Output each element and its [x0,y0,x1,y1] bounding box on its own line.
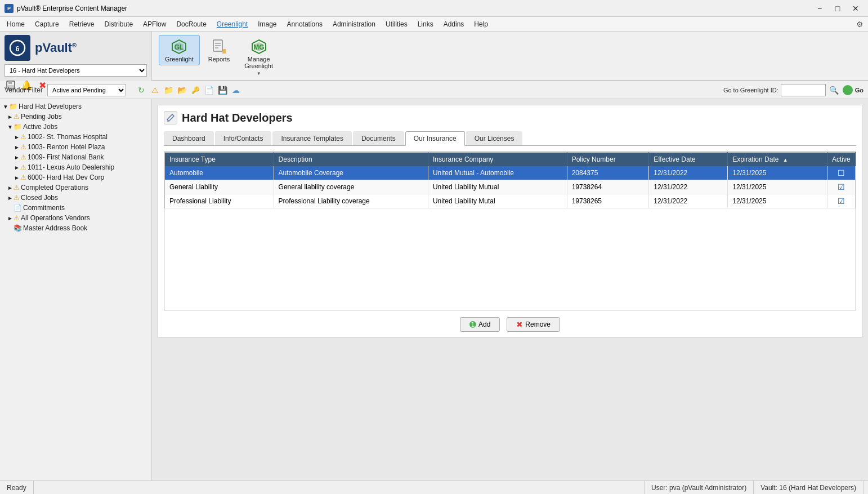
menu-distribute[interactable]: Distribute [100,19,137,29]
main-layout: ▼ 📁 Hard Hat Developers ► ⚠ Pending Jobs… [0,99,868,480]
ribbon-greenlight-button[interactable]: GL Greenlight [159,35,200,65]
th-insurance-company[interactable]: Insurance Company [428,153,567,167]
add-label: Add [478,321,490,328]
tree-toggle-completed[interactable]: ► [7,185,14,191]
tree-1011[interactable]: ► ⚠ 1011- Lexus Auto Dealership [0,162,151,172]
ribbon-reports-button[interactable]: Reports [202,35,236,65]
tree-toggle-1002[interactable]: ► [14,134,20,140]
table-row[interactable]: General Liability General liability cove… [165,180,856,194]
tree-commitments[interactable]: 📄 Commitments [0,203,151,213]
add-button[interactable]: ➊ Add [460,317,500,332]
key-filter-icon[interactable]: 🔑 [189,84,202,96]
tree-completed[interactable]: ► ⚠ Completed Operations [0,183,151,193]
settings-icon[interactable]: ⚙ [853,18,866,30]
tree-toggle-1009[interactable]: ► [14,154,20,161]
cloud-filter-icon[interactable]: ☁ [230,84,242,96]
menu-links[interactable]: Links [413,19,438,29]
menu-apflow[interactable]: APFlow [138,19,171,29]
remove-button[interactable]: ✖ Remove [507,317,560,332]
pending-warning-icon: ⚠ [14,113,20,121]
greenlight-id-input[interactable] [781,84,826,96]
tree-toggle-1003[interactable]: ► [14,144,20,150]
table-row[interactable]: Professional Liability Professional Liab… [165,194,856,208]
add-icon: ➊ [469,320,476,329]
tree-completed-label: Completed Operations [21,184,88,192]
tab-documents[interactable]: Documents [353,131,404,145]
tree-toggle-6000[interactable]: ► [14,175,20,181]
menu-home[interactable]: Home [2,19,29,29]
menu-retrieve[interactable]: Retrieve [65,19,99,29]
search-button[interactable]: 🔍 [828,84,840,96]
checkbox-checked-3[interactable]: ☑ [838,197,845,206]
tree-closed-jobs[interactable]: ► ⚠ Closed Jobs [0,193,151,203]
tree-toggle-closed[interactable]: ► [7,195,14,201]
menu-administration[interactable]: Administration [328,19,380,29]
doc-commitments-icon: 📄 [14,204,22,212]
warning-closed-icon: ⚠ [14,194,20,202]
table-row[interactable]: Automobile Automobile Coverage United Mu… [165,166,856,180]
folder-filter-icon[interactable]: 📁 [162,84,175,96]
tree-toggle-1011[interactable]: ► [14,164,20,171]
brand-name: pVault® [35,41,77,55]
cell-company-3: United Liability Mutal [428,194,567,208]
cell-desc-2: General liability coverage [274,180,428,194]
manage-dropdown-arrow[interactable]: ▼ [257,71,261,76]
manage-ribbon-icon: MG [250,38,268,56]
tree-1009[interactable]: ► ⚠ 1009- First National Bank [0,152,151,162]
th-active[interactable]: Active [827,153,856,167]
tree-toggle-root[interactable]: ▼ [2,104,9,110]
cell-type-3: Professional Liability [165,194,274,208]
tab-dashboard[interactable]: Dashboard [164,131,214,145]
tab-our-insurance[interactable]: Our Insurance [405,131,465,146]
tree-1003[interactable]: ► ⚠ 1003- Renton Hotel Plaza [0,142,151,152]
tree-root[interactable]: ▼ 📁 Hard Hat Developers [0,101,151,112]
tree-toggle-allvendors[interactable]: ► [7,215,14,221]
menu-utilities[interactable]: Utilities [381,19,412,29]
tab-infocontacts[interactable]: Info/Contacts [215,131,272,145]
menu-annotations[interactable]: Annotations [283,19,327,29]
tree-root-label: Hard Hat Developers [19,103,82,110]
table-empty-area [164,208,856,310]
tree-address-book[interactable]: 📚 Master Address Book [0,223,151,233]
folder4-filter-icon[interactable]: 💾 [216,84,229,96]
checkbox-checked-2[interactable]: ☑ [838,183,845,192]
th-insurance-type[interactable]: Insurance Type [165,153,274,167]
edit-icon-button[interactable] [164,111,177,124]
close-button[interactable]: ✕ [848,2,863,15]
tree-toggle-pending[interactable]: ► [7,114,14,120]
vendor-dropdown[interactable]: 16 - Hard Hat Developers [5,64,147,77]
tab-insurance-templates[interactable]: Insurance Templates [272,131,352,145]
folder3-filter-icon[interactable]: 📄 [203,84,215,96]
checkbox-checked-1[interactable]: ☐ [838,168,845,177]
tree-all-vendors[interactable]: ► ⚠ All Operations Vendors [0,213,151,223]
menu-capture[interactable]: Capture [30,19,64,29]
menu-addins[interactable]: Addins [439,19,469,29]
tree-1002[interactable]: ► ⚠ 1002- St. Thomas Hospital [0,132,151,142]
minimize-button[interactable]: − [812,2,827,15]
menu-image[interactable]: Image [253,19,281,29]
th-expiration-date[interactable]: Expiration Date ▲ [728,153,827,167]
ribbon-manage-button[interactable]: MG ManageGreenlight [238,35,279,72]
tree-toggle-addressbook[interactable] [7,225,14,232]
tree-toggle-commitments[interactable] [7,205,14,211]
menu-docroute[interactable]: DocRoute [172,19,211,29]
tree-toggle-active[interactable]: ▼ [7,124,14,130]
maximize-button[interactable]: □ [830,2,845,15]
warning-1003-icon: ⚠ [20,143,26,151]
th-effective-date[interactable]: Effective Date [649,153,728,167]
refresh-icon[interactable]: ↻ [135,84,147,96]
tree-active-jobs[interactable]: ▼ 📁 Active Jobs [0,122,151,132]
th-policy-number[interactable]: Policy Number [567,153,649,167]
folder2-filter-icon[interactable]: 📂 [176,84,188,96]
tree-6000[interactable]: ► ⚠ 6000- Hard Hat Dev Corp [0,172,151,183]
go-button[interactable]: Go [855,87,863,94]
warning-6000-icon: ⚠ [20,173,26,181]
warning-1002-icon: ⚠ [20,133,26,141]
warning-filter-icon[interactable]: ⚠ [149,84,161,96]
tab-our-licenses[interactable]: Our Licenses [466,131,523,145]
tree-pending-jobs[interactable]: ► ⚠ Pending Jobs [0,112,151,122]
menu-help[interactable]: Help [469,19,493,29]
menu-greenlight[interactable]: Greenlight [212,19,252,29]
th-description[interactable]: Description [274,153,428,167]
vendor-filter-select[interactable]: Active and Pending All Active Pending Cl… [47,84,126,96]
